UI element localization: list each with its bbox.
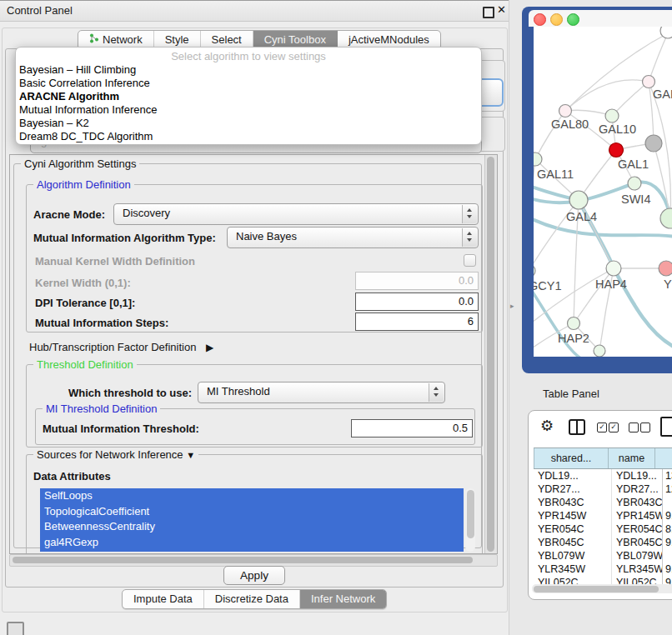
nodes: [534, 27, 672, 357]
table-horizontal-scrollbar[interactable]: [532, 584, 672, 593]
sources-title: Sources for Network Inference: [37, 448, 183, 461]
table-row[interactable]: YDR27...YDR27...12: [534, 482, 672, 496]
float-window-icon[interactable]: [483, 7, 494, 18]
popup-item[interactable]: Mutual Information Inference: [19, 103, 157, 117]
minimize-traffic-light[interactable]: [550, 13, 563, 26]
network-node[interactable]: [534, 264, 535, 278]
tab-infer-network[interactable]: Infer Network: [300, 590, 386, 608]
popup-item[interactable]: Bayesian – K2: [19, 117, 89, 130]
desktop-area: ▸: [509, 0, 672, 635]
node-labels: GAL GAL80 GAL10 GAL1 GAL11 SWI4 GAL4 GCY…: [534, 88, 672, 345]
hub-definition-toggle[interactable]: Hub/Transcription Factor Definition ▶: [29, 341, 213, 353]
data-attributes-label: Data Attributes: [33, 470, 111, 482]
popup-item-selected[interactable]: ARACNE Algorithm: [19, 90, 119, 103]
select-all-icon[interactable]: ✓: [597, 422, 607, 432]
sources-toggle[interactable]: Sources for Network Inference ▼: [33, 448, 198, 462]
network-node-selected[interactable]: [609, 143, 624, 158]
mi-threshold-field[interactable]: 0.5: [351, 419, 473, 438]
network-node[interactable]: [594, 345, 605, 357]
cell: [663, 549, 672, 562]
apply-button[interactable]: Apply: [223, 566, 285, 585]
manual-kernel-checkbox[interactable]: [464, 254, 476, 267]
network-canvas[interactable]: GAL GAL80 GAL10 GAL1 GAL11 SWI4 GAL4 GCY…: [534, 27, 672, 357]
mi-steps-field[interactable]: 6: [355, 312, 479, 331]
up-arrow-icon: [467, 208, 472, 212]
control-panel-title: Control Panel: [7, 4, 73, 17]
algorithm-definition-title: Algorithm Definition: [33, 178, 134, 191]
column-header-shared-name[interactable]: shared...: [534, 448, 609, 468]
attributes-scrollbar[interactable]: [465, 488, 475, 552]
restore-panel-icon[interactable]: [7, 622, 24, 635]
column-header-name[interactable]: name: [609, 448, 655, 468]
split-columns-icon[interactable]: [569, 419, 585, 435]
table-panel-title: Table Panel: [543, 388, 599, 400]
table-row[interactable]: YDL19...YDL19...13: [534, 469, 672, 482]
tab-discretize-data-label: Discretize Data: [215, 592, 288, 605]
network-node[interactable]: [628, 177, 641, 190]
network-node[interactable]: [605, 109, 619, 122]
scrollbar-thumb[interactable]: [467, 490, 474, 538]
cell: 9.: [663, 536, 672, 549]
popup-item[interactable]: Basic Correlation Inference: [19, 77, 150, 90]
which-threshold-combo[interactable]: MI Threshold: [198, 382, 445, 403]
tab-jactivemnodules-label: jActiveMNodules: [349, 33, 429, 46]
network-node[interactable]: [559, 105, 572, 118]
settings-vertical-scrollbar[interactable]: [484, 155, 497, 553]
network-node[interactable]: [645, 135, 662, 152]
network-node-label: GAL11: [537, 168, 574, 181]
scrollbar-thumb[interactable]: [534, 586, 659, 592]
cell: YBR045C: [534, 536, 612, 549]
deselect-all-icon-2[interactable]: [640, 422, 650, 432]
column-header-clipped[interactable]: [655, 448, 672, 468]
cell: [663, 496, 672, 509]
mi-steps-label: Mutual Information Steps:: [35, 317, 168, 329]
mi-algorithm-type-combo[interactable]: Naive Bayes: [227, 227, 479, 248]
dpi-tolerance-field[interactable]: 0.0: [355, 292, 479, 311]
attribute-item[interactable]: gal4RGexp: [40, 535, 464, 551]
table-row[interactable]: YPR145WYPR145W9.: [534, 509, 672, 522]
scrollbar-thumb[interactable]: [13, 557, 473, 563]
network-node[interactable]: [659, 261, 672, 276]
gear-icon[interactable]: ⚙: [540, 418, 554, 433]
kernel-width-label: Kernel Width (0,1):: [35, 277, 131, 289]
network-node[interactable]: [534, 152, 542, 166]
popup-item[interactable]: Bayesian – Hill Climbing: [19, 63, 136, 77]
close-icon[interactable]: ✕: [497, 3, 506, 16]
tab-discretize-data[interactable]: Discretize Data: [204, 590, 300, 608]
mi-threshold-label: Mutual Information Threshold:: [43, 422, 199, 435]
settings-horizontal-scrollbar[interactable]: [9, 554, 498, 567]
table-row[interactable]: YBL079WYBL079W: [534, 549, 672, 562]
table-row[interactable]: YLR345WYLR345W9.: [534, 562, 672, 576]
scrollbar-thumb[interactable]: [487, 157, 494, 552]
table-row[interactable]: YER054CYER054C8.: [534, 522, 672, 536]
popup-item[interactable]: Dream8 DC_TDC Algorithm: [19, 130, 153, 143]
settings-scrollpane: Cyni Algorithm Settings Algorithm Defini…: [9, 154, 498, 554]
attribute-item[interactable]: SelfLoops: [40, 488, 464, 504]
deselect-all-icon[interactable]: [629, 422, 639, 432]
tab-impute-data[interactable]: Impute Data: [123, 590, 204, 608]
table-row[interactable]: YBR045CYBR045C9.: [534, 536, 672, 549]
algorithm-select-popup: Select algorithm to view settings Bayesi…: [15, 47, 482, 145]
kernel-width-field[interactable]: 0.0: [355, 272, 479, 290]
mi-threshold-group: MI Threshold Definition Mutual Informati…: [35, 408, 475, 445]
zoom-traffic-light[interactable]: [567, 13, 579, 26]
table-row[interactable]: YBR043CYBR043C: [534, 496, 672, 509]
down-arrow-icon: [467, 238, 472, 242]
network-node[interactable]: [569, 191, 588, 209]
close-traffic-light[interactable]: [534, 13, 546, 26]
aracne-mode-combo[interactable]: Discovery: [113, 203, 479, 225]
attribute-item[interactable]: BetweennessCentrality: [40, 519, 464, 535]
collapse-down-icon: ▼: [186, 450, 195, 460]
network-node[interactable]: [660, 208, 672, 228]
table-body: YDL19...YDL19...13 YDR27...YDR27...12 YB…: [534, 469, 672, 589]
cell: 8.: [663, 522, 672, 536]
network-node[interactable]: [606, 261, 621, 276]
mi-threshold-group-title: MI Threshold Definition: [43, 402, 160, 415]
file-icon[interactable]: [660, 417, 672, 437]
network-node[interactable]: [568, 318, 580, 330]
select-all-icon-2[interactable]: ✓: [609, 422, 619, 432]
popup-prompt: Select algorithm to view settings: [16, 50, 481, 62]
network-node[interactable]: [643, 76, 655, 88]
splitter-handle[interactable]: ▸: [510, 302, 514, 310]
attribute-item[interactable]: TopologicalCoefficient: [40, 504, 464, 520]
